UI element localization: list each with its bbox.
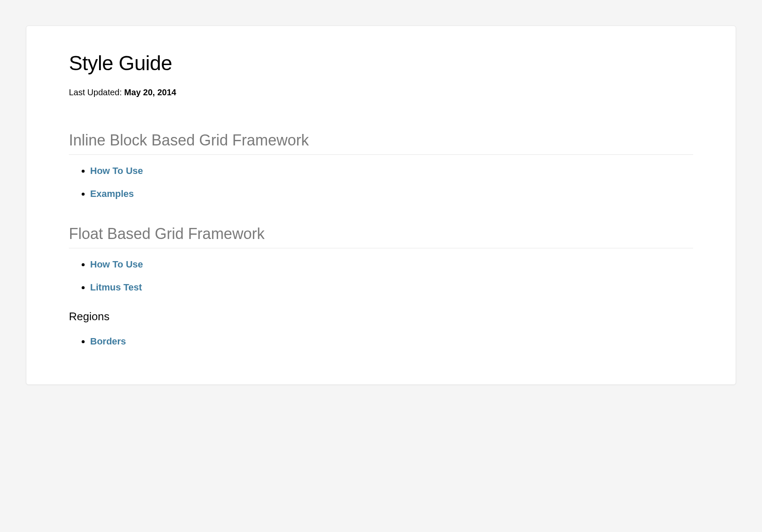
- list-item: Examples: [90, 188, 693, 199]
- last-updated-date: May 20, 2014: [124, 88, 176, 97]
- content-card: Style Guide Last Updated: May 20, 2014 I…: [26, 26, 736, 385]
- section-heading-inline-block: Inline Block Based Grid Framework: [69, 131, 693, 155]
- link-list-regions: Borders: [69, 336, 693, 347]
- list-item: How To Use: [90, 259, 693, 270]
- list-item: Litmus Test: [90, 282, 693, 293]
- last-updated: Last Updated: May 20, 2014: [69, 88, 693, 97]
- link-examples[interactable]: Examples: [90, 188, 134, 199]
- subsection-heading-regions: Regions: [69, 310, 693, 323]
- link-list-float-based: How To Use Litmus Test: [69, 259, 693, 293]
- section-heading-float-based: Float Based Grid Framework: [69, 225, 693, 248]
- link-litmus-test[interactable]: Litmus Test: [90, 282, 142, 293]
- link-borders[interactable]: Borders: [90, 336, 126, 347]
- link-how-to-use-float[interactable]: How To Use: [90, 259, 143, 270]
- list-item: How To Use: [90, 165, 693, 176]
- last-updated-label: Last Updated:: [69, 88, 124, 97]
- link-list-inline-block: How To Use Examples: [69, 165, 693, 199]
- link-how-to-use[interactable]: How To Use: [90, 165, 143, 176]
- page-title: Style Guide: [69, 51, 693, 75]
- list-item: Borders: [90, 336, 693, 347]
